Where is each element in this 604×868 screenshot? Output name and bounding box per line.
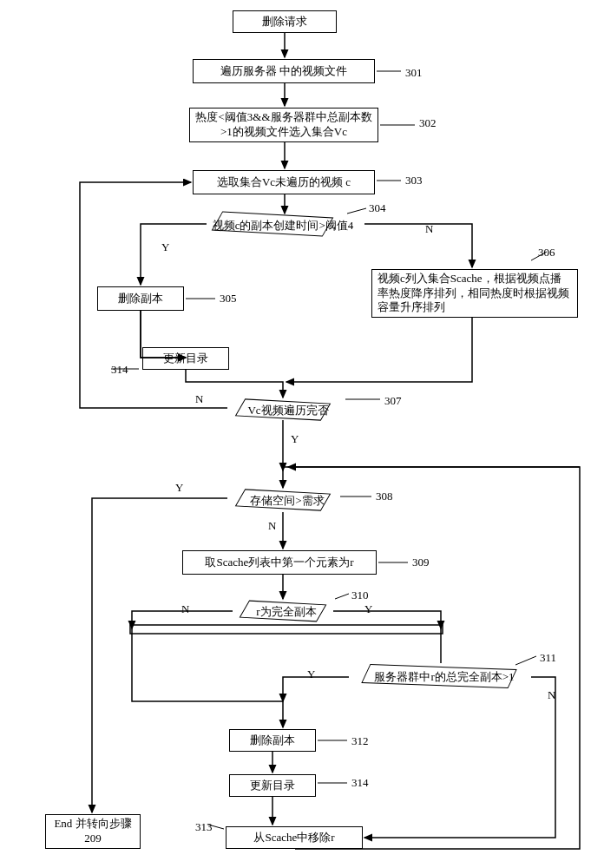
box-314a: 更新目录 (142, 347, 229, 370)
start-text: 删除请求 (262, 15, 307, 30)
end-text: End 并转向步骤209 (49, 817, 136, 846)
box-302-text: 热度<阈值3&&服务器群中总副本数>1的视频文件选入集合Vc (194, 110, 374, 140)
box-314b: 更新目录 (229, 774, 316, 797)
box-301: 遍历服务器 中的视频文件 (193, 59, 375, 83)
label-314a: 314 (111, 363, 128, 377)
yn-311-y: Y (307, 667, 315, 681)
box-312: 删除副本 (229, 729, 316, 752)
label-304: 304 (369, 201, 386, 215)
label-303: 303 (405, 174, 423, 187)
label-314b: 314 (351, 776, 369, 790)
box-314a-text: 更新目录 (163, 352, 208, 366)
label-309: 309 (412, 556, 430, 569)
yn-310-y: Y (364, 602, 372, 616)
box-306: 视频c列入集合Scache，根据视频点播率热度降序排列，相同热度时根据视频容量升… (371, 269, 578, 318)
label-312: 312 (351, 734, 369, 748)
yn-304-n: N (425, 222, 433, 236)
box-303: 选取集合Vc未遍历的视频 c (193, 170, 375, 194)
box-306-text: 视频c列入集合Scache，根据视频点播率热度降序排列，相同热度时根据视频容量升… (378, 272, 572, 316)
label-305: 305 (220, 292, 237, 306)
box-312-text: 删除副本 (250, 733, 295, 748)
svg-rect-17 (130, 625, 443, 634)
box-309: 取Scache列表中第一个元素为r (182, 550, 377, 575)
yn-310-n: N (181, 602, 189, 616)
box-313-text: 从Scache中移除r (253, 831, 334, 845)
yn-304-y: Y (161, 240, 169, 254)
label-306: 306 (538, 246, 555, 260)
box-305: 删除副本 (97, 286, 184, 311)
yn-308-y: Y (175, 481, 183, 495)
box-305-text: 删除副本 (118, 292, 163, 306)
box-309-text: 取Scache列表中第一个元素为r (205, 556, 353, 570)
label-307: 307 (384, 394, 402, 408)
yn-307-y: Y (291, 432, 299, 446)
box-301-text: 遍历服务器 中的视频文件 (220, 64, 347, 79)
box-303-text: 选取集合Vc未遍历的视频 c (217, 175, 351, 190)
end-box: End 并转向步骤209 (45, 814, 141, 849)
diamond-311 (361, 664, 516, 688)
label-313: 313 (195, 820, 213, 834)
diamond-304 (212, 212, 334, 237)
yn-311-n: N (548, 688, 555, 702)
yn-308-n: N (268, 519, 276, 533)
label-311: 311 (540, 651, 556, 665)
diamond-310 (240, 601, 327, 622)
diamond-307 (235, 398, 331, 420)
label-302: 302 (419, 116, 437, 130)
box-302: 热度<阈值3&&服务器群中总副本数>1的视频文件选入集合Vc (189, 108, 378, 142)
diamond-308 (235, 489, 331, 510)
box-314b-text: 更新目录 (250, 779, 295, 793)
box-313: 从Scache中移除r (226, 826, 363, 849)
label-308: 308 (376, 490, 393, 503)
yn-307-n: N (195, 392, 203, 406)
start-box: 删除请求 (233, 10, 337, 33)
label-310: 310 (351, 589, 369, 602)
label-301: 301 (405, 66, 423, 80)
